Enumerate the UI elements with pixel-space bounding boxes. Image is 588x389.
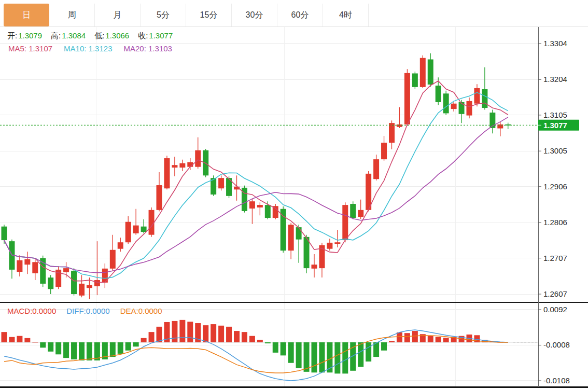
macd-bar: [226, 327, 232, 342]
macd-bar: [71, 342, 77, 359]
macd-bar: [296, 342, 302, 368]
candle: [288, 223, 294, 259]
macd-bar: [172, 321, 177, 342]
candle: [404, 69, 410, 126]
price-tick-label: 1.3105: [543, 110, 567, 119]
macd-bar: [9, 337, 15, 342]
pane-borders: [0, 26, 588, 387]
candle: [63, 262, 69, 277]
candle: [172, 157, 177, 176]
macd-bar: [249, 336, 255, 342]
candle: [319, 243, 325, 277]
candle: [420, 55, 426, 88]
macd-axis: 0.0092-0.0008-0.0108: [538, 305, 570, 385]
macd-bar: [187, 322, 193, 342]
candle: [24, 252, 30, 274]
price-tick-label: 1.2707: [543, 254, 567, 262]
candle: [48, 275, 53, 294]
macd-bar: [125, 342, 131, 351]
tab-timeframe-6[interactable]: 60分: [277, 4, 323, 26]
tab-timeframe-2[interactable]: 月: [95, 4, 141, 26]
candle: [373, 155, 379, 180]
macd-bar: [87, 342, 92, 360]
candle: [342, 202, 348, 242]
last-price-label: 1.3077: [543, 121, 567, 130]
candle: [141, 219, 147, 233]
macd-bar: [397, 332, 402, 342]
chart-canvas[interactable]: 1.33041.32041.31051.30051.29061.28061.27…: [0, 0, 588, 389]
candle: [125, 216, 131, 244]
macd-bar: [443, 338, 449, 342]
candle: [94, 241, 100, 295]
tab-timeframe-1[interactable]: 周: [49, 4, 95, 26]
candle: [412, 72, 418, 89]
candle: [164, 156, 170, 189]
macd-bar: [312, 342, 317, 372]
candle: [179, 160, 185, 171]
macd-bar: [281, 342, 286, 355]
macd-bar: [32, 342, 38, 342]
candle: [273, 204, 278, 219]
tabbar-underline: [0, 26, 588, 27]
macd-bar: [141, 338, 147, 342]
ma20-line: [4, 117, 508, 273]
candle: [505, 122, 511, 129]
price-tick-label: 1.2906: [543, 182, 567, 191]
candle: [350, 201, 356, 219]
tab-timeframe-5[interactable]: 30分: [232, 4, 277, 26]
macd-bar: [218, 326, 224, 342]
macd-tick-label: 0.0092: [543, 305, 567, 314]
candle: [474, 84, 480, 106]
candle: [157, 172, 162, 212]
candle: [443, 91, 449, 115]
candle: [242, 186, 247, 213]
macd-bar: [48, 342, 53, 352]
macd-bar: [203, 325, 208, 342]
macd-bar: [242, 332, 247, 342]
macd-bar: [63, 342, 69, 358]
candle: [312, 254, 317, 277]
macd-bar: [342, 342, 348, 373]
macd-bar: [40, 342, 46, 348]
macd-bar: [2, 332, 7, 342]
candle: [32, 259, 38, 280]
current-price-badge: 1.3077: [538, 120, 579, 131]
macd-bar: [436, 337, 441, 342]
price-tick-label: 1.2607: [543, 289, 567, 298]
macd-bar: [334, 342, 340, 373]
candle: [149, 207, 155, 237]
candle: [281, 206, 286, 253]
candle: [9, 240, 15, 279]
macd-bar: [24, 338, 30, 342]
candle: [110, 235, 116, 271]
tab-timeframe-3[interactable]: 5分: [141, 4, 186, 26]
candle: [226, 176, 232, 198]
tab-timeframe-0[interactable]: 日: [4, 4, 49, 26]
tab-timeframe-4[interactable]: 15分: [186, 4, 232, 26]
candle: [195, 137, 201, 169]
price-axis: 1.33041.32041.31051.30051.29061.28061.27…: [538, 39, 567, 298]
macd-bar: [234, 331, 240, 342]
macd-bar: [149, 332, 155, 342]
macd-bar: [118, 342, 123, 354]
macd-bar: [389, 341, 395, 342]
price-tick-label: 1.2806: [543, 218, 567, 227]
macd-bar: [133, 342, 139, 346]
candle: [327, 239, 332, 251]
macd-bar: [288, 342, 294, 363]
candle: [497, 122, 503, 136]
candle: [428, 53, 433, 87]
macd-bar: [265, 342, 271, 343]
candle: [218, 175, 224, 190]
macd-histogram: [2, 320, 503, 373]
macd-bar: [412, 331, 418, 342]
price-tick-label: 1.3005: [543, 146, 567, 155]
ma5-line: [4, 81, 508, 282]
candle: [381, 136, 387, 161]
macd-bar: [257, 340, 263, 342]
macd-bar: [157, 327, 162, 342]
kline-chart-page: { "toolbar": { "tabs": [ {"label": "日", …: [0, 0, 588, 389]
macd-bar: [79, 342, 85, 360]
tab-timeframe-7[interactable]: 4时: [323, 4, 369, 26]
macd-bar: [381, 342, 387, 351]
